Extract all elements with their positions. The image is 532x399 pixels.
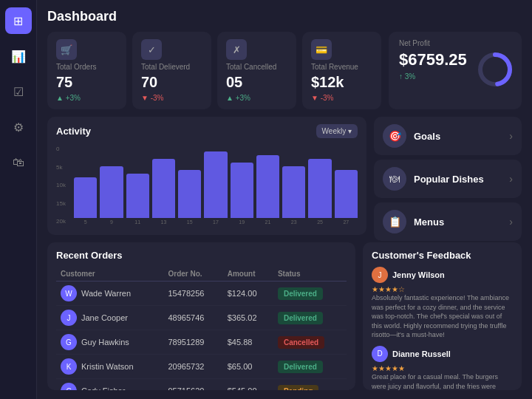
sidebar-icon-orders[interactable]: ☑: [5, 78, 32, 105]
bar-column: 25: [308, 159, 331, 225]
order-no-cell: 78951289: [164, 330, 223, 355]
order-no-cell: 20965732: [164, 355, 223, 379]
bar-label: 23: [291, 219, 297, 225]
quick-links-panel: 🎯 Goals › 🍽 Popular Dishes › 📋 Menus ›: [374, 117, 522, 235]
stat-icon-3: 💳: [311, 39, 332, 60]
orders-table: CustomerOrder No.AmountStatus W Wade War…: [56, 267, 347, 390]
col-header-status: Status: [273, 267, 347, 282]
bar: [308, 159, 331, 218]
amount-cell: $545.00: [223, 379, 273, 391]
bar-column: 27: [335, 170, 358, 225]
quick-link-goals[interactable]: 🎯 Goals ›: [374, 117, 522, 155]
feedback-item: J Jenny Wilson ★★★★☆ Absolutely fantasti…: [372, 267, 513, 340]
y-axis-labels: 20k15k10k5k0: [56, 146, 71, 225]
table-row: J Jane Cooper 48965746 $365.02 Delivered: [56, 306, 347, 330]
status-badge: Delivered: [278, 287, 323, 300]
stat-icon-0: 🛒: [56, 39, 77, 60]
bar: [231, 163, 253, 218]
bar: [74, 177, 97, 218]
quick-link-arrow-icon: ›: [509, 130, 513, 142]
top-row: 🛒 Total Orders 75 ▲ +3% ✓ Total Deliever…: [47, 32, 522, 109]
stat-label-2: Total Cancelled: [226, 63, 287, 71]
bar-label: 15: [187, 219, 193, 225]
table-row: G Guy Hawkins 78951289 $45.88 Cancelled: [56, 330, 347, 355]
sidebar-icon-bag[interactable]: 🛍: [5, 149, 32, 176]
stat-change-3: ▼ -3%: [311, 94, 372, 102]
amount-cell: $365.02: [223, 306, 273, 330]
quick-link-icon: 🎯: [383, 124, 406, 148]
feedback-stars: ★★★★★: [372, 364, 513, 372]
chart-area: 20k15k10k5k0 5 9 11 13 15 17 19 21 23 25: [56, 143, 358, 228]
amount-cell: $65.00: [223, 355, 273, 379]
quick-link-label: Goals: [414, 131, 502, 142]
bar-column: 17: [204, 151, 227, 225]
bars-container: 5 9 11 13 15 17 19 21 23 25 27: [74, 151, 358, 225]
bar-label: 25: [317, 219, 323, 225]
feedback-text: Great place for a casual meal. The burge…: [372, 372, 513, 390]
customer-name: Wade Warren: [81, 289, 131, 298]
feedback-name: Dianne Russell: [392, 349, 451, 358]
bar: [100, 166, 123, 218]
bar-column: 9: [100, 166, 123, 225]
col-header-amount: Amount: [223, 267, 273, 282]
bar-label: 27: [343, 219, 349, 225]
stat-icon-2: ✗: [226, 39, 247, 60]
middle-row: Activity Weekly ▾ 20k15k10k5k0 5 9 11 13…: [47, 117, 522, 235]
sidebar-icon-settings[interactable]: ⚙: [5, 114, 32, 140]
bar-column: 5: [74, 177, 97, 225]
quick-link-icon: 🍽: [383, 167, 406, 191]
avatar: K: [61, 358, 77, 375]
customer-name: Guy Hawkins: [81, 338, 129, 347]
y-label: 0: [56, 146, 68, 152]
y-label: 10k: [56, 182, 68, 188]
status-cell: Pending: [273, 379, 347, 391]
bar-column: 15: [178, 170, 201, 225]
customer-cell: J Jane Cooper: [56, 306, 164, 330]
stat-change-2: ▲ +3%: [226, 94, 287, 102]
status-badge: Delivered: [278, 361, 323, 373]
feedback-header: D Dianne Russell: [372, 346, 513, 362]
feedback-stars: ★★★★☆: [372, 285, 513, 293]
customer-cell: C Cody Fisher: [56, 379, 164, 391]
avatar: W: [61, 285, 77, 301]
bar-label: 5: [84, 219, 87, 225]
sidebar-icon-home[interactable]: ⊞: [5, 7, 32, 34]
customer-name: Cody Fisher: [81, 386, 125, 390]
sidebar: ⊞📊☑⚙🛍: [0, 0, 37, 399]
customer-cell: K Kristin Watson: [56, 355, 164, 379]
stat-label-0: Total Orders: [56, 63, 117, 71]
customer-name: Kristin Watson: [81, 362, 134, 371]
bar: [178, 170, 201, 218]
weekly-filter-button[interactable]: Weekly ▾: [316, 124, 358, 138]
feedback-text: Absolutely fantastic experience! The amb…: [372, 293, 513, 340]
bar-column: 19: [231, 163, 253, 225]
main-content: Dashboard 🛒 Total Orders 75 ▲ +3% ✓ Tota…: [37, 0, 532, 399]
quick-link-arrow-icon: ›: [509, 173, 513, 185]
orders-header-row: CustomerOrder No.AmountStatus: [56, 267, 347, 282]
quick-link-icon: 📋: [383, 210, 406, 233]
sidebar-icon-chart[interactable]: 📊: [5, 43, 32, 69]
quick-link-popular-dishes[interactable]: 🍽 Popular Dishes ›: [374, 160, 522, 198]
bar-column: 13: [152, 159, 175, 225]
activity-header: Activity Weekly ▾: [56, 124, 358, 138]
status-badge: Delivered: [278, 312, 323, 324]
status-badge: Pending: [278, 385, 318, 390]
bar-label: 19: [239, 219, 245, 225]
bottom-row: Recent Orders CustomerOrder No.AmountSta…: [47, 242, 522, 390]
feedback-title: Customer's Feedback: [372, 250, 513, 261]
amount-cell: $45.88: [223, 330, 273, 355]
status-cell: Cancelled: [273, 330, 347, 355]
bar: [282, 166, 305, 218]
net-profit-label: Net Profit: [399, 39, 511, 47]
stat-card-1: ✓ Total Delieverd 70 ▼ -3%: [132, 32, 211, 109]
table-row: W Wade Warren 15478256 $124.00 Delivered: [56, 282, 347, 306]
order-no-cell: 15478256: [164, 282, 223, 306]
stats-cards: 🛒 Total Orders 75 ▲ +3% ✓ Total Deliever…: [47, 32, 381, 109]
status-cell: Delivered: [273, 282, 347, 306]
quick-link-menus[interactable]: 📋 Menus ›: [374, 202, 522, 241]
status-badge: Cancelled: [278, 336, 324, 349]
bar-column: 21: [256, 155, 279, 225]
activity-card: Activity Weekly ▾ 20k15k10k5k0 5 9 11 13…: [47, 117, 366, 235]
feedback-header: J Jenny Wilson: [372, 267, 513, 283]
stat-change-1: ▼ -3%: [141, 94, 202, 102]
